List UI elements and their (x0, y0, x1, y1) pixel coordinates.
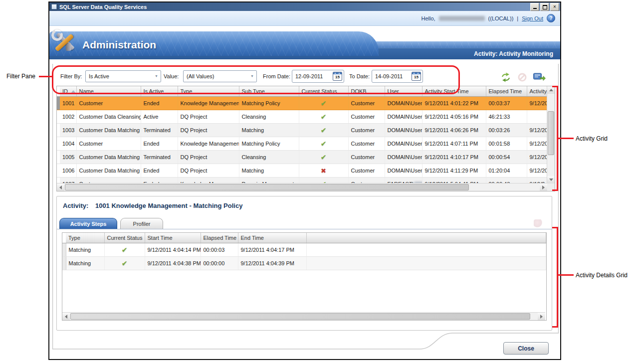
table-row[interactable]: 1001CustomerEndedKnowledge ManagementMat… (57, 97, 547, 110)
failure-icon: ✖ (321, 167, 326, 175)
column-header-activity[interactable]: Activity (527, 86, 547, 97)
activity-details-grid: TypeCurrent StatusStart TimeElapsed Time… (62, 232, 547, 321)
activity-details-panel: Activity: 1001 Knowledge Management - Ma… (56, 196, 552, 331)
annotation-activity-details-grid-label: Activity Details Grid (576, 272, 628, 279)
annotation-connector (39, 76, 52, 77)
details-horizontal-scrollbar[interactable] (62, 312, 545, 320)
breadcrumb: Activity: Activity Monitoring (474, 48, 553, 59)
column-header-elapsed-time[interactable]: Elapsed Time (486, 86, 527, 97)
annotation-connector (558, 138, 574, 139)
tab-activity-steps[interactable]: Activity Steps (59, 218, 117, 229)
column-header-filler (306, 233, 546, 243)
tab-profiler[interactable]: Profiler (120, 218, 163, 229)
success-icon: ✔ (321, 153, 327, 161)
details-table: TypeCurrent StatusStart TimeElapsed Time… (62, 233, 546, 270)
help-icon[interactable]: ? (547, 14, 555, 22)
details-activity-title: 1001 Knowledge Management - Matching Pol… (95, 202, 242, 209)
activity-grid-body: 1001CustomerEndedKnowledge ManagementMat… (57, 97, 547, 184)
table-row[interactable]: 1005Customer Data MatchingTerminatedDQ P… (57, 151, 547, 164)
details-horizontal-scroll-thumb[interactable] (70, 313, 530, 320)
details-grid-body: Matching✔9/12/2011 4:04:14 PM00:00:039/1… (62, 243, 546, 270)
redacted-username (439, 16, 485, 21)
success-icon: ✔ (321, 113, 327, 121)
screenshot-canvas: SQL Server Data Quality Services × Hello… (0, 0, 631, 364)
close-window-button[interactable]: × (550, 3, 559, 11)
table-row[interactable]: 1002Customer Data CleansingActiveDQ Proj… (57, 110, 547, 124)
app-icon (51, 3, 57, 10)
refresh-icon[interactable] (500, 72, 512, 84)
table-row[interactable]: 1004CustomerEndedKnowledge ManagementMat… (57, 137, 547, 151)
column-header-current-status[interactable]: Current Status (104, 233, 145, 243)
terminate-icon-disabled (517, 72, 527, 84)
annotation-activity-details-grid-bracket (552, 227, 558, 328)
banner-band-right (349, 41, 560, 48)
restore-icon (543, 5, 547, 9)
horizontal-scroll-thumb[interactable] (65, 184, 469, 190)
success-icon: ✔ (321, 140, 327, 148)
annotation-filter-pane-box (52, 65, 460, 94)
minimize-button[interactable] (530, 3, 539, 11)
table-row[interactable]: 1003Customer Data MatchingTerminatedDQ P… (57, 124, 547, 137)
application-window: SQL Server Data Quality Services × Hello… (48, 1, 561, 360)
activity-table: IDNameIs ActiveTypeSub TypeCurrent Statu… (57, 86, 547, 183)
column-header-elapsed-time[interactable]: Elapsed Time (201, 233, 238, 243)
user-bar: Hello, ((LOCAL)) | Sign Out ? (49, 11, 560, 26)
horizontal-scrollbar[interactable] (57, 183, 547, 191)
annotation-connector (558, 274, 574, 276)
close-button[interactable]: Close (503, 342, 549, 355)
scroll-right-icon[interactable] (540, 315, 543, 319)
scroll-left-icon[interactable] (65, 315, 67, 319)
annotation-activity-grid-label: Activity Grid (576, 135, 608, 142)
details-tabs: Activity Steps Profiler (57, 218, 552, 229)
export-icon[interactable] (533, 72, 546, 83)
greeting-text: Hello, (421, 15, 435, 21)
annotation-filter-pane-label: Filter Pane (6, 73, 35, 80)
table-row[interactable]: Matching✔9/12/2011 4:04:38 PM00:00:009/1… (62, 257, 546, 270)
scroll-right-icon[interactable] (542, 185, 545, 189)
profiler-export-icon-disabled (534, 219, 543, 227)
activity-grid: IDNameIs ActiveTypeSub TypeCurrent Statu… (56, 86, 555, 191)
activity-grid-viewport: IDNameIs ActiveTypeSub TypeCurrent Statu… (57, 86, 547, 183)
column-header-end-time[interactable]: End Time (238, 233, 306, 243)
table-row[interactable]: 1006Customer Data MatchingEndedDQ Projec… (57, 164, 547, 178)
row-handle-header (62, 233, 66, 243)
table-row[interactable]: Matching✔9/12/2011 4:04:14 PM00:00:039/1… (62, 243, 546, 257)
administration-tools-icon (50, 27, 79, 56)
divider-text: | (517, 15, 518, 21)
success-icon: ✔ (122, 246, 128, 254)
scope-text: ((LOCAL)) (488, 15, 514, 21)
window-title: SQL Server Data Quality Services (59, 4, 147, 10)
success-icon: ✔ (122, 259, 128, 267)
success-icon: ✔ (321, 99, 327, 107)
close-icon: × (553, 4, 556, 9)
sign-out-link[interactable]: Sign Out (522, 15, 543, 21)
details-activity-label: Activity: (63, 202, 88, 209)
success-icon: ✔ (321, 126, 327, 134)
minimize-icon (533, 4, 537, 9)
restore-button[interactable] (540, 3, 549, 11)
column-header-type[interactable]: Type (66, 233, 104, 243)
page-title: Administration (82, 39, 156, 51)
title-bar: SQL Server Data Quality Services × (49, 2, 560, 11)
details-grid-header-row: TypeCurrent StatusStart TimeElapsed Time… (62, 233, 546, 243)
column-header-start-time[interactable]: Start Time (145, 233, 201, 243)
scroll-left-icon[interactable] (59, 185, 62, 189)
